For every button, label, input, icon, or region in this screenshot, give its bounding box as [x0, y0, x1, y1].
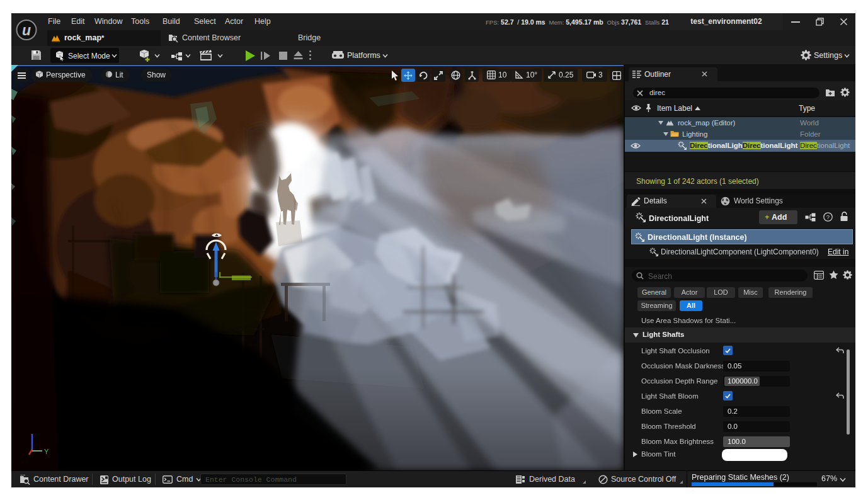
svg-text:Y: Y: [44, 448, 49, 455]
svg-text:u: u: [22, 22, 31, 38]
svg-text:?: ?: [826, 213, 830, 220]
